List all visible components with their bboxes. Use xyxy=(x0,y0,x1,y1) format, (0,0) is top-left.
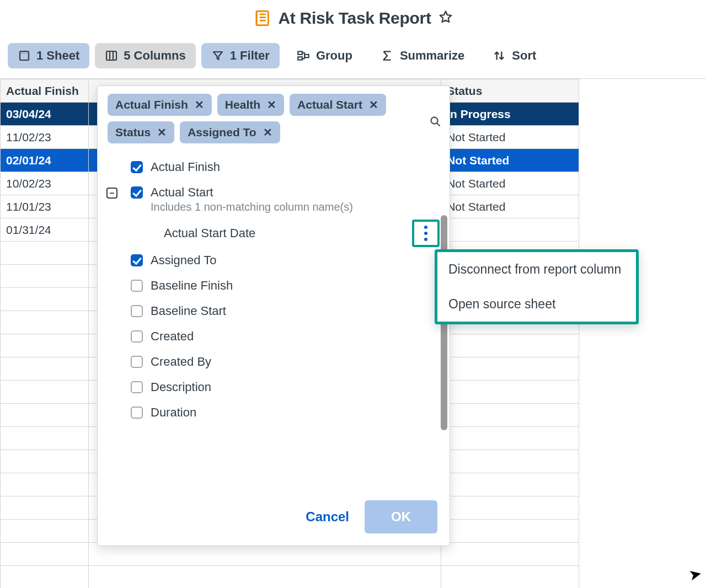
cell-actual-finish[interactable] xyxy=(1,450,89,473)
cell-actual-finish[interactable] xyxy=(1,496,89,520)
column-option-label: Actual Finish xyxy=(151,160,220,174)
chip[interactable]: Assigned To✕ xyxy=(180,121,280,143)
column-option[interactable]: Actual Finish xyxy=(103,154,444,180)
cell-status[interactable]: Not Started xyxy=(441,172,579,195)
cell-actual-finish[interactable] xyxy=(1,543,89,566)
cell-status[interactable] xyxy=(441,427,579,450)
collapse-toggle-icon[interactable]: – xyxy=(106,188,117,199)
cell-actual-finish[interactable] xyxy=(1,404,89,427)
group-button[interactable]: Group xyxy=(285,43,363,68)
cell-actual-finish[interactable] xyxy=(1,357,89,381)
column-option[interactable]: Description xyxy=(103,375,444,400)
column-option[interactable]: –Actual StartIncludes 1 non-matching col… xyxy=(103,180,444,219)
chip-label: Assigned To xyxy=(188,126,256,139)
ok-button[interactable]: OK xyxy=(365,500,437,533)
chip-remove-icon[interactable]: ✕ xyxy=(267,98,276,111)
checkbox[interactable] xyxy=(131,280,143,292)
sheets-button[interactable]: 1 Sheet xyxy=(8,43,89,68)
cell-actual-finish[interactable] xyxy=(1,311,89,334)
cell-status[interactable]: In Progress xyxy=(441,103,579,126)
cell-actual-finish[interactable]: 03/04/24 xyxy=(1,103,89,126)
cell-status[interactable] xyxy=(441,450,579,473)
cell-status[interactable] xyxy=(441,404,579,427)
cell-status[interactable] xyxy=(441,543,579,566)
column-option-label: Assigned To xyxy=(151,253,216,268)
cell-status[interactable]: Not Started xyxy=(441,149,579,172)
chip[interactable]: Actual Finish✕ xyxy=(108,94,212,116)
filter-button-label: 1 Filter xyxy=(230,49,270,63)
column-header-status[interactable]: Status xyxy=(441,79,579,103)
checkbox[interactable] xyxy=(131,356,143,368)
kebab-menu-icon[interactable] xyxy=(412,220,440,247)
ctx-open-source[interactable]: Open source sheet xyxy=(437,287,636,322)
cell-actual-finish[interactable] xyxy=(1,242,89,265)
cell-actual-finish[interactable]: 11/02/23 xyxy=(1,126,89,149)
column-context-menu: Disconnect from report column Open sourc… xyxy=(435,249,639,324)
cell-actual-finish[interactable] xyxy=(1,288,89,311)
favorite-star-icon[interactable] xyxy=(438,9,453,27)
column-option-label: Created By xyxy=(151,355,211,369)
cell-actual-finish[interactable] xyxy=(1,473,89,496)
cell-actual-finish[interactable] xyxy=(1,566,89,589)
cell-actual-finish[interactable]: 02/01/24 xyxy=(1,149,89,172)
column-option[interactable]: Created By xyxy=(103,349,444,375)
cell-status[interactable] xyxy=(441,218,579,242)
chip-label: Status xyxy=(115,126,151,139)
cell-actual-finish[interactable] xyxy=(1,427,89,450)
column-option[interactable]: Duration xyxy=(103,400,444,425)
chip-remove-icon[interactable]: ✕ xyxy=(369,98,378,111)
column-picker-panel: Actual Finish✕Health✕Actual Start✕Status… xyxy=(97,85,450,546)
columns-button[interactable]: 5 Columns xyxy=(95,43,195,68)
chip-label: Actual Start xyxy=(297,98,362,111)
cell-status[interactable] xyxy=(441,357,579,381)
column-option-label: Baseline Finish xyxy=(151,279,233,293)
cell-status[interactable] xyxy=(441,520,579,543)
column-option[interactable]: Baseline Finish xyxy=(103,273,444,298)
checkbox[interactable] xyxy=(131,381,143,393)
chip-remove-icon[interactable]: ✕ xyxy=(263,126,272,139)
cell-actual-finish[interactable] xyxy=(1,334,89,357)
checkbox[interactable] xyxy=(131,161,143,173)
cell-actual-finish[interactable]: 11/01/23 xyxy=(1,195,89,218)
cell-status[interactable] xyxy=(441,381,579,404)
svg-line-14 xyxy=(437,124,440,126)
ctx-disconnect[interactable]: Disconnect from report column xyxy=(437,252,636,287)
cell-status[interactable]: Not Started xyxy=(441,126,579,149)
cell-status[interactable]: Not Started xyxy=(441,195,579,218)
cell-actual-finish[interactable]: 10/02/23 xyxy=(1,172,89,195)
checkbox[interactable] xyxy=(131,305,143,317)
search-icon[interactable] xyxy=(429,115,442,130)
cancel-button[interactable]: Cancel xyxy=(302,509,352,525)
cell-actual-finish[interactable] xyxy=(1,520,89,543)
column-option[interactable]: Assigned To xyxy=(103,248,444,273)
sort-button[interactable]: Sort xyxy=(481,43,547,68)
column-option-label: Actual Start xyxy=(151,185,353,200)
column-header-actual-finish[interactable]: Actual Finish xyxy=(1,79,89,103)
page-title: At Risk Task Report xyxy=(278,9,431,28)
column-option[interactable]: Created xyxy=(103,324,444,349)
column-option[interactable]: Baseline Start xyxy=(103,298,444,324)
chip[interactable]: Status✕ xyxy=(108,121,174,143)
filter-button[interactable]: 1 Filter xyxy=(201,43,280,68)
cell-actual-finish[interactable]: 01/31/24 xyxy=(1,218,89,242)
column-options-list: Actual Finish–Actual StartIncludes 1 non… xyxy=(98,148,450,490)
cell-status[interactable] xyxy=(441,566,579,589)
summarize-button[interactable]: Summarize xyxy=(369,43,475,68)
checkbox[interactable] xyxy=(131,254,143,266)
cell-actual-finish[interactable] xyxy=(1,381,89,404)
cell-actual-finish[interactable] xyxy=(1,265,89,288)
chip-remove-icon[interactable]: ✕ xyxy=(157,126,167,139)
chip[interactable]: Health✕ xyxy=(217,94,284,116)
checkbox[interactable] xyxy=(131,330,143,343)
cell-status[interactable] xyxy=(441,496,579,520)
cell-status[interactable] xyxy=(441,473,579,496)
summarize-button-label: Summarize xyxy=(400,49,464,63)
checkbox[interactable] xyxy=(131,407,143,419)
nested-column[interactable]: Actual Start Date xyxy=(103,219,444,248)
checkbox[interactable] xyxy=(131,186,143,199)
chip-remove-icon[interactable]: ✕ xyxy=(195,98,204,111)
cell-status[interactable] xyxy=(441,334,579,357)
chip[interactable]: Actual Start✕ xyxy=(290,94,386,116)
table-row[interactable] xyxy=(1,566,579,589)
group-button-label: Group xyxy=(316,49,352,63)
